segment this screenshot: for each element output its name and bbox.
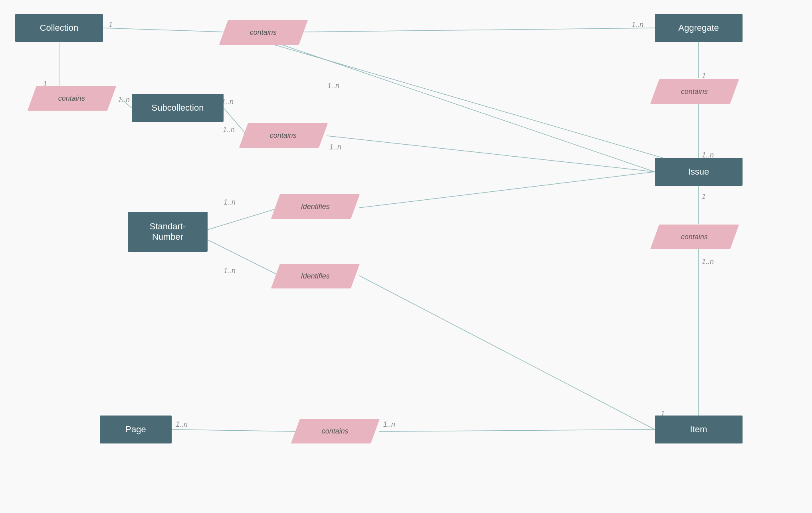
diamond-contains-left: contains [28,86,117,111]
card-17: 1..n [383,420,395,429]
card-8: 1..n [329,143,341,151]
card-14: 1..n [224,267,236,275]
entity-standart-number: Standart- Number [128,212,208,252]
svg-line-1 [303,28,655,32]
card-11: 1 [702,193,706,201]
card-16: 1..n [176,420,188,429]
card-7: 1..n [223,126,235,134]
svg-line-0 [103,28,224,32]
card-15: 1 [661,410,665,418]
diamond-contains-right: contains [650,79,739,104]
card-1: 1 [109,21,113,29]
card-12: 1..n [702,258,714,266]
card-13: 1..n [224,198,236,207]
svg-line-15 [359,276,655,429]
diamond-contains-top: contains [219,20,308,45]
svg-line-2 [279,44,655,172]
diamond-identifies-bot: Identifies [271,264,360,288]
svg-line-12 [208,208,279,230]
diamond-contains-mid: contains [239,123,328,148]
entity-collection: Collection [15,14,103,42]
er-diagram: Collection Aggregate Subcollection Issue… [0,0,812,513]
svg-line-14 [208,240,279,276]
entity-subcollection: Subcollection [132,94,224,122]
card-10: 1..n [702,151,714,159]
svg-line-13 [359,172,655,208]
svg-line-7 [271,44,663,158]
card-2: 1..n [632,21,644,29]
entity-aggregate: Aggregate [655,14,743,42]
entity-item: Item [655,416,743,443]
card-6: 1..n [327,82,339,90]
entity-page: Page [100,416,172,443]
diamond-contains-issue: contains [650,225,739,249]
entity-issue: Issue [655,158,743,186]
card-5: 1..n [222,98,234,106]
card-4: 1..n [118,96,130,104]
svg-line-16 [172,429,299,431]
svg-line-17 [379,429,655,431]
diamond-contains-bottom: contains [291,419,380,443]
card-9: 1 [702,72,706,80]
card-3: 1 [43,80,47,88]
svg-line-6 [327,136,655,172]
diamond-identifies-top: Identifies [271,194,360,219]
